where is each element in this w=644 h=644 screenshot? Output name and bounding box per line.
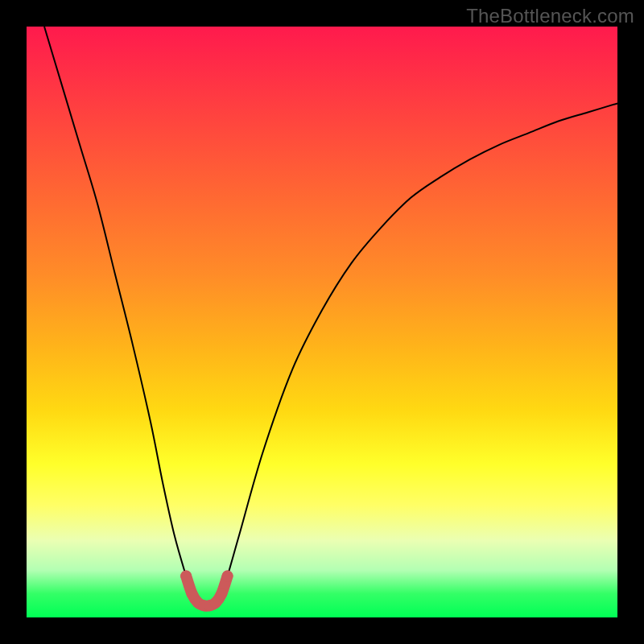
chart-svg	[27, 27, 617, 617]
bottleneck-curve	[44, 27, 617, 606]
highlight-marker	[222, 571, 233, 582]
highlight-marker	[216, 588, 227, 600]
chart-plot-area	[27, 27, 617, 617]
watermark-text: TheBottleneck.com	[466, 5, 634, 27]
highlight-markers	[180, 571, 233, 612]
highlight-marker	[180, 571, 192, 582]
